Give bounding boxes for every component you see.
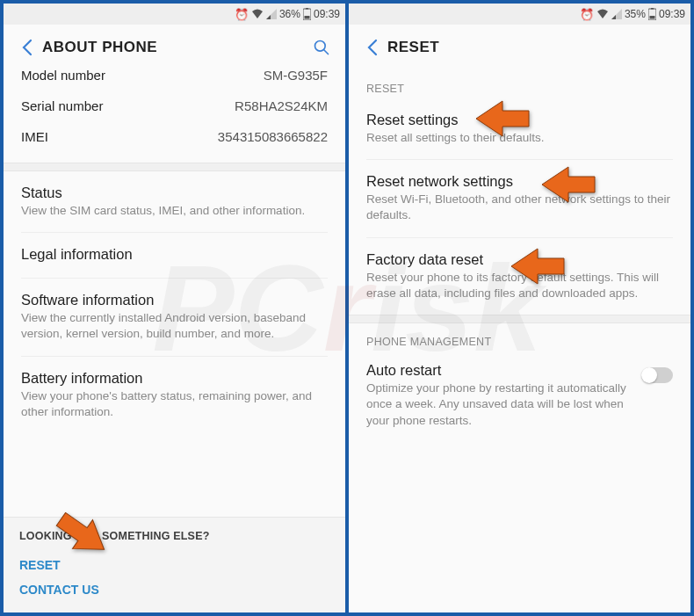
alarm-icon: ⏰ bbox=[580, 8, 594, 21]
label: Serial number bbox=[21, 98, 103, 113]
auto-restart-item[interactable]: Auto restart Optimize your phone by rest… bbox=[349, 351, 690, 439]
item-subtitle: Reset all settings to their defaults. bbox=[366, 130, 673, 146]
item-title: Reset settings bbox=[366, 112, 673, 128]
item-title: Factory data reset bbox=[366, 251, 673, 268]
screenshot-left: ⏰ 36% 09:39 ABOUT PHONE Model number SM-… bbox=[4, 4, 345, 612]
item-title: Battery information bbox=[21, 370, 328, 387]
status-bar: ⏰ 36% 09:39 bbox=[4, 4, 345, 25]
battery-icon bbox=[303, 8, 311, 20]
reset-settings-item[interactable]: Reset settings Reset all settings to the… bbox=[349, 98, 690, 159]
clock: 09:39 bbox=[659, 8, 685, 20]
contact-link[interactable]: CONTACT US bbox=[19, 577, 329, 602]
svg-rect-7 bbox=[649, 16, 654, 19]
card-heading: LOOKING FOR SOMETHING ELSE? bbox=[19, 530, 329, 542]
header: ABOUT PHONE bbox=[4, 25, 345, 70]
model-number-row[interactable]: Model number SM-G935F bbox=[4, 70, 345, 91]
status-bar: ⏰ 35% 09:39 bbox=[349, 4, 690, 25]
battery-percent: 35% bbox=[625, 8, 646, 20]
item-title: Legal information bbox=[21, 246, 328, 263]
page-title: ABOUT PHONE bbox=[42, 39, 307, 56]
legal-info-item[interactable]: Legal information bbox=[4, 233, 345, 278]
item-subtitle: Optimize your phone by restarting it aut… bbox=[366, 380, 631, 429]
page-title: RESET bbox=[387, 39, 682, 56]
battery-percent: 36% bbox=[279, 8, 300, 20]
item-subtitle: Reset your phone to its factory default … bbox=[366, 270, 673, 301]
reset-network-item[interactable]: Reset network settings Reset Wi-Fi, Blue… bbox=[349, 160, 690, 236]
label: IMEI bbox=[21, 129, 48, 144]
value: R58HA2S24KM bbox=[235, 98, 328, 113]
imei-row[interactable]: IMEI 354315083665822 bbox=[4, 121, 345, 152]
item-subtitle: View your phone's battery status, remain… bbox=[21, 388, 328, 420]
factory-reset-item[interactable]: Factory data reset Reset your phone to i… bbox=[349, 238, 690, 315]
looking-for-card: LOOKING FOR SOMETHING ELSE? RESET CONTAC… bbox=[4, 517, 345, 612]
item-title: Auto restart bbox=[366, 362, 631, 379]
signal-icon bbox=[266, 9, 277, 19]
section-label-phone-mgmt: PHONE MANAGEMENT bbox=[349, 323, 690, 351]
reset-link[interactable]: RESET bbox=[19, 553, 329, 577]
item-title: Reset network settings bbox=[366, 173, 673, 190]
serial-number-row[interactable]: Serial number R58HA2S24KM bbox=[4, 91, 345, 121]
item-title: Status bbox=[21, 185, 328, 201]
item-subtitle: View the currently installed Android ver… bbox=[21, 310, 328, 342]
battery-info-item[interactable]: Battery information View your phone's ba… bbox=[4, 357, 345, 433]
software-info-item[interactable]: Software information View the currently … bbox=[4, 279, 345, 355]
svg-rect-6 bbox=[651, 8, 654, 10]
back-button[interactable] bbox=[358, 39, 387, 56]
item-title: Software information bbox=[21, 292, 328, 308]
search-button[interactable] bbox=[307, 39, 336, 56]
divider bbox=[4, 163, 345, 171]
svg-line-4 bbox=[324, 50, 329, 54]
item-subtitle: View the SIM card status, IMEI, and othe… bbox=[21, 203, 328, 219]
svg-rect-1 bbox=[306, 8, 308, 10]
auto-restart-toggle[interactable] bbox=[641, 367, 673, 383]
value: 354315083665822 bbox=[218, 129, 328, 144]
divider bbox=[349, 315, 690, 323]
label: Model number bbox=[21, 70, 105, 83]
wifi-icon bbox=[251, 9, 264, 19]
signal-icon bbox=[611, 9, 622, 19]
item-subtitle: Reset Wi-Fi, Bluetooth, and other networ… bbox=[366, 192, 673, 223]
clock: 09:39 bbox=[314, 8, 340, 20]
wifi-icon bbox=[596, 9, 609, 19]
value: SM-G935F bbox=[264, 70, 328, 83]
status-item[interactable]: Status View the SIM card status, IMEI, a… bbox=[4, 171, 345, 232]
back-button[interactable] bbox=[12, 39, 42, 56]
svg-rect-2 bbox=[304, 16, 309, 19]
battery-icon bbox=[648, 8, 656, 20]
screenshot-right: ⏰ 35% 09:39 RESET RESET Reset settings R… bbox=[349, 4, 690, 612]
alarm-icon: ⏰ bbox=[235, 8, 249, 21]
header: RESET bbox=[349, 25, 690, 70]
section-label-reset: RESET bbox=[349, 70, 690, 98]
